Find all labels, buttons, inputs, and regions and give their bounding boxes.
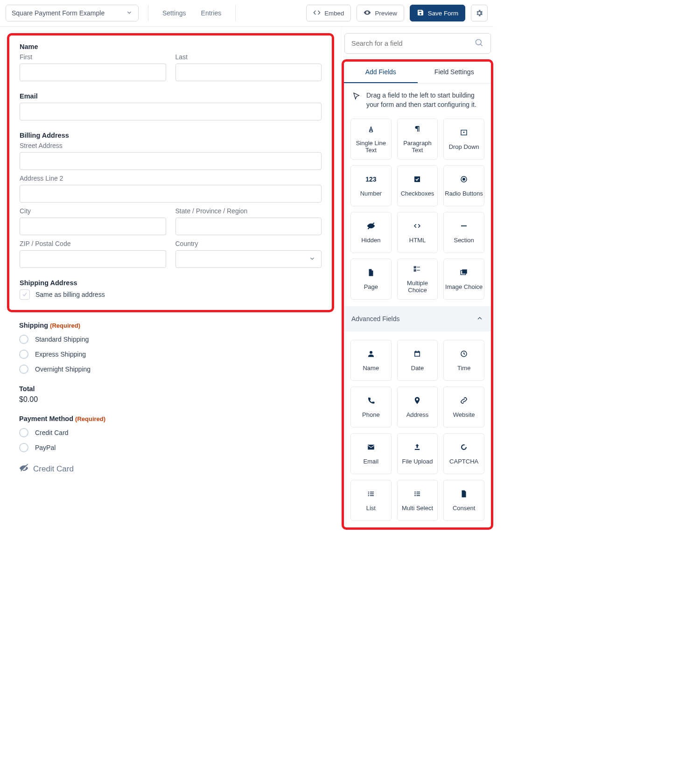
multi-select-icon: [413, 490, 421, 498]
code-icon: [313, 9, 321, 18]
form-selector[interactable]: Square Payment Form Example: [6, 5, 139, 21]
time-icon: [460, 350, 468, 358]
same-as-billing-row[interactable]: Same as billing address: [20, 289, 322, 300]
name-label: Name: [20, 43, 322, 50]
field-card-label: List: [366, 505, 376, 512]
total-label: Total: [19, 385, 322, 393]
payment-method-field[interactable]: Payment Method (Required) Credit Card Pa…: [19, 415, 322, 452]
svg-point-23: [368, 493, 369, 494]
field-card-label: Drop Down: [449, 143, 479, 150]
field-card-radio-buttons[interactable]: Radio Buttons: [443, 165, 484, 206]
field-card-label: Website: [453, 411, 475, 418]
field-card-label: Email: [364, 458, 379, 465]
field-card-label: Multi Select: [402, 505, 433, 512]
field-card-single-line-text[interactable]: Single Line Text: [350, 119, 392, 160]
svg-point-13: [370, 351, 372, 354]
city-input[interactable]: [20, 218, 166, 235]
svg-point-4: [462, 178, 465, 181]
field-card-page[interactable]: Page: [350, 259, 392, 300]
payment-label: Payment Method: [19, 415, 73, 422]
highlighted-sidebar-region: Add Fields Field Settings Drag a field t…: [342, 59, 493, 530]
email-field[interactable]: Email: [20, 92, 322, 120]
state-input[interactable]: [175, 218, 322, 235]
field-search[interactable]: [344, 33, 491, 54]
field-card-label: Hidden: [361, 237, 380, 244]
field-card-label: Single Line Text: [351, 140, 391, 154]
field-card-multiple-choice[interactable]: Multiple Choice: [397, 259, 438, 300]
street-label: Street Address: [20, 142, 322, 149]
field-card-captcha[interactable]: CAPTCHA: [443, 433, 484, 474]
file-upload-icon: [413, 443, 421, 451]
address-icon: [413, 396, 421, 405]
chevron-down-icon: [309, 255, 315, 263]
hidden-icon: [367, 222, 375, 230]
payment-option[interactable]: PayPal: [19, 443, 322, 452]
name-field[interactable]: Name First Last: [20, 43, 322, 81]
save-form-button[interactable]: Save Form: [410, 5, 465, 21]
field-card-image-choice[interactable]: Image Choice: [443, 259, 484, 300]
captcha-icon: [460, 443, 468, 451]
email-input[interactable]: [20, 103, 322, 120]
form-settings-button[interactable]: [471, 5, 488, 21]
svg-point-21: [368, 491, 369, 492]
search-input[interactable]: [351, 40, 475, 47]
field-card-hidden[interactable]: Hidden: [350, 212, 392, 253]
field-card-list[interactable]: List: [350, 480, 392, 521]
field-card-html[interactable]: HTML: [397, 212, 438, 253]
list-icon: [367, 490, 375, 498]
field-card-multi-select[interactable]: Multi Select: [397, 480, 438, 521]
billing-address-field[interactable]: Billing Address Street Address Address L…: [20, 132, 322, 268]
website-icon: [460, 396, 468, 405]
advanced-fields-header[interactable]: Advanced Fields: [344, 306, 491, 331]
settings-link[interactable]: Settings: [158, 9, 191, 17]
field-card-email[interactable]: Email: [350, 433, 392, 474]
field-card-label: HTML: [409, 237, 426, 244]
single-line-text-icon: [367, 125, 375, 133]
field-card-name[interactable]: Name: [350, 340, 392, 381]
shipping-option[interactable]: Overnight Shipping: [19, 365, 322, 374]
field-card-section[interactable]: Section: [443, 212, 484, 253]
number-icon: 123: [365, 175, 376, 183]
field-card-paragraph-text[interactable]: Paragraph Text: [397, 119, 438, 160]
field-card-checkboxes[interactable]: Checkboxes: [397, 165, 438, 206]
field-card-label: Consent: [453, 505, 475, 512]
first-name-input[interactable]: [20, 63, 166, 81]
country-select[interactable]: [175, 250, 322, 268]
tab-field-settings[interactable]: Field Settings: [418, 62, 491, 83]
embed-button[interactable]: Embed: [306, 5, 351, 21]
required-tag: (Required): [50, 322, 80, 329]
field-card-website[interactable]: Website: [443, 386, 484, 428]
svg-point-25: [368, 495, 369, 496]
field-card-address[interactable]: Address: [397, 386, 438, 428]
shipping-option[interactable]: Express Shipping: [19, 350, 322, 359]
field-card-number[interactable]: 123Number: [350, 165, 392, 206]
billing-label: Billing Address: [20, 132, 322, 139]
tab-add-fields[interactable]: Add Fields: [344, 62, 418, 83]
field-card-label: Number: [360, 190, 382, 197]
street-input[interactable]: [20, 152, 322, 170]
page-icon: [367, 268, 375, 277]
field-card-phone[interactable]: Phone: [350, 386, 392, 428]
zip-input[interactable]: [20, 250, 166, 268]
field-card-date[interactable]: Date: [397, 340, 438, 381]
entries-link[interactable]: Entries: [196, 9, 226, 17]
divider: [235, 5, 236, 21]
field-card-file-upload[interactable]: File Upload: [397, 433, 438, 474]
total-field[interactable]: Total $0.00: [19, 385, 322, 404]
radio-buttons-icon: [460, 175, 468, 183]
shipping-options-field[interactable]: Shipping (Required) Standard Shipping Ex…: [19, 322, 322, 374]
last-name-input[interactable]: [175, 63, 322, 81]
country-label: Country: [175, 240, 322, 247]
radio-icon: [19, 335, 28, 344]
image-choice-icon: [460, 268, 468, 277]
line2-input[interactable]: [20, 185, 322, 203]
field-card-time[interactable]: Time: [443, 340, 484, 381]
field-card-drop-down[interactable]: Drop Down: [443, 119, 484, 160]
payment-option[interactable]: Credit Card: [19, 428, 322, 437]
shipping-address-field[interactable]: Shipping Address Same as billing address: [20, 279, 322, 300]
field-card-consent[interactable]: Consent: [443, 480, 484, 521]
shipping-option[interactable]: Standard Shipping: [19, 335, 322, 344]
radio-icon: [19, 428, 28, 437]
credit-card-section[interactable]: Credit Card: [19, 463, 322, 474]
preview-button[interactable]: Preview: [357, 5, 404, 21]
